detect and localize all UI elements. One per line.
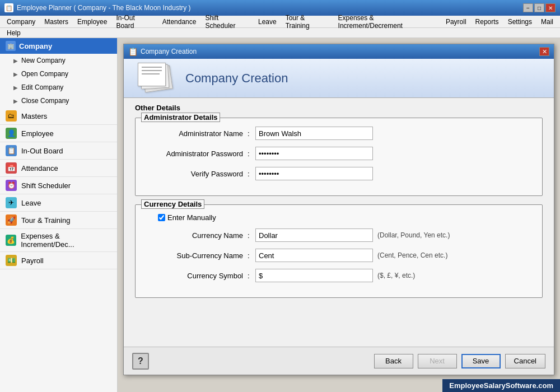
sidebar-item-payroll[interactable]: 💵 Payroll <box>0 252 117 269</box>
currency-symbol-input[interactable] <box>255 269 373 282</box>
other-details-label: Other Details <box>135 104 543 112</box>
dialog-header-title: Company Creation <box>185 71 288 86</box>
sidebar-item-shift[interactable]: ⏰ Shift Scheduler <box>0 177 117 194</box>
help-button[interactable]: ? <box>132 353 149 370</box>
payroll-label: Payroll <box>21 256 44 265</box>
admin-details-section: Administrator Details Administrator Name… <box>135 118 543 196</box>
window-controls: − □ ✕ <box>523 3 556 12</box>
admin-name-input[interactable] <box>255 127 373 140</box>
inout-label: In-Out Board <box>21 147 63 155</box>
menu-shift[interactable]: Shift Scheduler <box>200 13 254 31</box>
open-company-label: Open Company <box>21 70 68 78</box>
enter-manually-checkbox[interactable] <box>158 214 165 221</box>
expenses-icon: 💰 <box>6 235 16 246</box>
tour-label: Tour & Training <box>21 216 70 225</box>
maximize-button[interactable]: □ <box>534 3 544 12</box>
watermark: EmployeeSalarySoftware.com <box>442 379 560 392</box>
watermark-text: EmployeeSalarySoftware.com <box>449 381 553 390</box>
dialog-title: Company Creation <box>141 48 539 55</box>
dialog-titlebar: 📋 Company Creation ✕ <box>124 44 554 59</box>
company-icon: 🏢 <box>6 41 16 51</box>
menu-payroll[interactable]: Payroll <box>441 17 471 27</box>
attendance-label: Attendance <box>21 164 58 172</box>
admin-password-input[interactable] <box>255 147 373 160</box>
menu-company[interactable]: Company <box>2 17 40 27</box>
currency-name-label: Currency Name <box>147 231 248 240</box>
enter-manually-row: Enter Manually <box>147 213 531 222</box>
admin-password-row: Administrator Password : <box>147 147 531 160</box>
menu-mail[interactable]: Mail <box>536 17 558 27</box>
subcurrency-name-hint: (Cent, Pence, Cen etc.) <box>377 251 447 259</box>
menu-employee[interactable]: Employee <box>73 17 111 27</box>
save-button[interactable]: Save <box>461 354 501 368</box>
close-button[interactable]: ✕ <box>545 3 556 12</box>
menu-reports[interactable]: Reports <box>471 17 503 27</box>
currency-symbol-colon: : <box>248 272 255 280</box>
verify-password-input[interactable] <box>255 167 373 180</box>
menu-settings[interactable]: Settings <box>503 17 536 27</box>
edit-company-label: Edit Company <box>21 83 63 91</box>
tour-icon: 🚀 <box>6 214 17 226</box>
content-area: 📋 Company Creation ✕ Company Creation <box>118 38 560 392</box>
enter-manually-label[interactable]: Enter Manually <box>158 213 216 222</box>
currency-name-input[interactable] <box>255 228 373 242</box>
back-button[interactable]: Back <box>374 354 413 368</box>
menu-inout[interactable]: In-Out Board <box>111 13 157 31</box>
sidebar-item-leave[interactable]: ✈ Leave <box>0 194 117 212</box>
sidebar-item-masters[interactable]: 🗂 Masters <box>0 108 117 125</box>
leave-label: Leave <box>21 199 41 207</box>
masters-icon: 🗂 <box>6 110 17 122</box>
sidebar-item-expenses[interactable]: 💰 Expenses & Increment/Dec... <box>0 229 117 252</box>
employee-label: Employee <box>21 129 54 138</box>
sidebar-item-open-company[interactable]: ▶ Open Company <box>0 67 117 81</box>
admin-section-legend: Administrator Details <box>141 113 220 122</box>
admin-password-colon: : <box>248 150 255 158</box>
verify-password-label: Verify Password <box>147 170 248 178</box>
enter-manually-text: Enter Manually <box>167 213 216 222</box>
masters-label: Masters <box>21 112 47 120</box>
sidebar-item-edit-company[interactable]: ▶ Edit Company <box>0 81 117 94</box>
employee-icon: 👤 <box>6 128 17 139</box>
verify-password-colon: : <box>248 170 255 178</box>
arrow-icon: ▶ <box>13 98 18 104</box>
header-image <box>135 63 174 94</box>
minimize-button[interactable]: − <box>523 3 533 12</box>
attendance-icon: 📅 <box>6 162 17 174</box>
dialog-icon: 📋 <box>128 47 137 56</box>
menu-leave[interactable]: Leave <box>254 17 281 27</box>
currency-name-row: Currency Name : (Dollar, Pound, Yen etc.… <box>147 228 531 242</box>
sidebar-item-tour[interactable]: 🚀 Tour & Training <box>0 212 117 229</box>
sidebar: 🏢 Company ▶ New Company ▶ Open Company ▶… <box>0 38 118 392</box>
verify-password-row: Verify Password : <box>147 167 531 180</box>
inout-icon: 📋 <box>6 145 17 156</box>
menu-help[interactable]: Help <box>2 29 25 38</box>
subcurrency-name-input[interactable] <box>255 249 373 262</box>
sidebar-item-employee[interactable]: 👤 Employee <box>0 125 117 142</box>
new-company-label: New Company <box>21 57 66 64</box>
menu-attendance[interactable]: Attendance <box>158 17 201 27</box>
admin-password-label: Administrator Password <box>147 150 248 158</box>
currency-symbol-row: Currency Symbol : ($, £, ¥, etc.) <box>147 269 531 282</box>
sidebar-item-new-company[interactable]: ▶ New Company <box>0 54 117 67</box>
close-company-label: Close Company <box>21 97 69 105</box>
menu-expenses[interactable]: Expenses & Increment/Decrement <box>334 13 441 31</box>
menu-masters[interactable]: Masters <box>40 17 73 27</box>
company-creation-dialog: 📋 Company Creation ✕ Company Creation <box>123 44 554 375</box>
expenses-label: Expenses & Increment/Dec... <box>21 232 111 249</box>
sidebar-item-inout[interactable]: 📋 In-Out Board <box>0 142 117 160</box>
payroll-icon: 💵 <box>6 255 17 266</box>
arrow-icon: ▶ <box>13 58 18 64</box>
sidebar-item-close-company[interactable]: ▶ Close Company <box>0 94 117 108</box>
cancel-button[interactable]: Cancel <box>505 354 545 368</box>
sidebar-item-attendance[interactable]: 📅 Attendance <box>0 160 117 177</box>
menu-tour[interactable]: Tour & Training <box>281 13 334 31</box>
subcurrency-name-label: Sub-Currency Name <box>147 251 248 260</box>
sidebar-company-header[interactable]: 🏢 Company <box>0 38 117 54</box>
currency-symbol-hint: ($, £, ¥, etc.) <box>377 272 415 279</box>
company-label: Company <box>19 42 52 50</box>
arrow-icon: ▶ <box>13 85 18 91</box>
next-button[interactable]: Next <box>418 354 457 368</box>
admin-name-row: Administrator Name : <box>147 127 531 140</box>
dialog-close-button[interactable]: ✕ <box>539 47 549 56</box>
leave-icon: ✈ <box>6 197 17 208</box>
